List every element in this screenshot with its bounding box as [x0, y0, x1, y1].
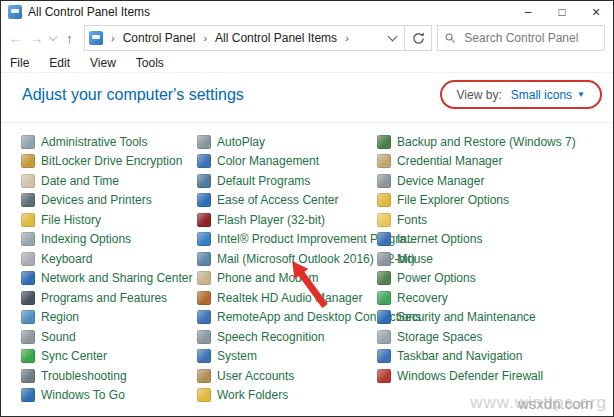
refresh-icon[interactable]	[404, 26, 431, 50]
control-panel-item[interactable]: Windows Defender Firewall	[377, 366, 602, 386]
menu-item-view[interactable]: View	[90, 56, 116, 70]
items-column-3: Backup and Restore (Windows 7)Credential…	[377, 132, 602, 405]
refresh-glyph	[412, 32, 425, 45]
remoteapp-icon	[197, 310, 211, 324]
control-panel-item[interactable]: Indexing Options	[21, 230, 197, 250]
control-panel-item[interactable]: Region	[21, 308, 197, 328]
control-panel-item-label: User Accounts	[217, 369, 294, 383]
control-panel-item[interactable]: Default Programs	[197, 171, 377, 191]
programs-features-icon	[21, 291, 35, 305]
address-dropdown-chevron-icon[interactable]	[380, 26, 404, 50]
back-icon[interactable]: ←	[5, 31, 26, 45]
credential-manager-icon	[377, 154, 391, 168]
breadcrumb-expand-chevron[interactable]: ›	[197, 32, 213, 44]
internet-options-icon	[377, 232, 391, 246]
control-panel-item[interactable]: File Explorer Options	[377, 191, 602, 211]
control-panel-item[interactable]: Credential Manager	[377, 152, 602, 172]
close-button[interactable]: ×	[579, 1, 613, 23]
control-panel-item[interactable]: User Accounts	[197, 366, 377, 386]
control-panel-item[interactable]: Internet Options	[377, 230, 602, 250]
control-panel-item[interactable]: Programs and Features	[21, 288, 197, 308]
control-panel-item[interactable]: Date and Time	[21, 171, 197, 191]
forward-icon[interactable]: →	[26, 31, 47, 45]
control-panel-item-label: Programs and Features	[41, 291, 167, 305]
control-panel-item[interactable]: Device Manager	[377, 171, 602, 191]
control-panel-item[interactable]: Administrative Tools	[21, 132, 197, 152]
breadcrumb-control-panel[interactable]: Control Panel	[121, 31, 198, 45]
default-programs-icon	[197, 174, 211, 188]
region-icon	[21, 310, 35, 324]
breadcrumb-expand-chevron[interactable]: ›	[105, 32, 121, 44]
control-panel-item[interactable]: Color Management	[197, 152, 377, 172]
control-panel-item-label: Troubleshooting	[41, 369, 127, 383]
search-input[interactable]	[462, 30, 597, 46]
control-panel-item[interactable]: Devices and Printers	[21, 191, 197, 211]
security-maintenance-icon	[377, 310, 391, 324]
search-icon	[445, 32, 455, 44]
menu-item-file[interactable]: File	[10, 56, 29, 70]
indexing-options-icon	[21, 232, 35, 246]
control-panel-item[interactable]: Power Options	[377, 269, 602, 289]
date-time-icon	[21, 174, 35, 188]
control-panel-item[interactable]: Security and Maintenance	[377, 308, 602, 328]
breadcrumb-all-control-panel-items[interactable]: All Control Panel Items	[213, 31, 339, 45]
address-bar[interactable]: › Control Panel › All Control Panel Item…	[84, 25, 432, 51]
realtek-audio-icon	[197, 291, 211, 305]
mouse-icon	[377, 252, 391, 266]
view-by-dropdown[interactable]: Small icons ▼	[511, 88, 585, 102]
windows-to-go-icon	[21, 388, 35, 402]
control-panel-item[interactable]: Mail (Microsoft Outlook 2016) (32-bit)	[197, 249, 377, 269]
menu-item-tools[interactable]: Tools	[136, 56, 164, 70]
sync-center-icon	[21, 349, 35, 363]
control-panel-item[interactable]: Troubleshooting	[21, 366, 197, 386]
control-panel-item[interactable]: Windows To Go	[21, 386, 197, 406]
control-panel-item[interactable]: Keyboard	[21, 249, 197, 269]
control-panel-item[interactable]: Work Folders	[197, 386, 377, 406]
control-panel-item[interactable]: Sound	[21, 327, 197, 347]
window-controls: – □ ×	[511, 1, 613, 23]
control-panel-item[interactable]: Sync Center	[21, 347, 197, 367]
control-panel-item[interactable]: RemoteApp and Desktop Connections	[197, 308, 377, 328]
control-panel-item-label: Mouse	[397, 252, 433, 266]
control-panel-item[interactable]: Speech Recognition	[197, 327, 377, 347]
control-panel-item[interactable]: Recovery	[377, 288, 602, 308]
control-panel-app-icon	[8, 5, 22, 19]
control-panel-item-label: File History	[41, 213, 101, 227]
control-panel-item[interactable]: System	[197, 347, 377, 367]
recovery-icon	[377, 291, 391, 305]
menubar: FileEditViewTools	[1, 53, 613, 73]
control-panel-item[interactable]: Network and Sharing Center	[21, 269, 197, 289]
maximize-button[interactable]: □	[545, 1, 579, 23]
menu-item-edit[interactable]: Edit	[49, 56, 70, 70]
control-panel-items-grid: Administrative ToolsBitLocker Drive Encr…	[1, 123, 613, 405]
control-panel-item[interactable]: Flash Player (32-bit)	[197, 210, 377, 230]
troubleshooting-icon	[21, 369, 35, 383]
control-panel-item-label: Device Manager	[397, 174, 484, 188]
control-panel-item-label: Color Management	[217, 154, 319, 168]
control-panel-item[interactable]: Realtek HD Audio Manager	[197, 288, 377, 308]
phone-modem-icon	[197, 271, 211, 285]
control-panel-item-label: Indexing Options	[41, 232, 131, 246]
control-panel-item[interactable]: File History	[21, 210, 197, 230]
minimize-button[interactable]: –	[511, 1, 545, 23]
control-panel-item-label: Administrative Tools	[41, 135, 148, 149]
up-icon[interactable]: ↑	[59, 32, 80, 45]
control-panel-item-label: Power Options	[397, 271, 476, 285]
control-panel-item[interactable]: BitLocker Drive Encryption	[21, 152, 197, 172]
control-panel-item[interactable]: Intel® Product Improvement Progra...	[197, 230, 377, 250]
defender-firewall-icon	[377, 369, 391, 383]
control-panel-item-label: Default Programs	[217, 174, 310, 188]
breadcrumb-expand-chevron[interactable]: ›	[339, 32, 355, 44]
control-panel-item[interactable]: Backup and Restore (Windows 7)	[377, 132, 602, 152]
control-panel-item[interactable]: Ease of Access Center	[197, 191, 377, 211]
control-panel-item-label: Flash Player (32-bit)	[217, 213, 325, 227]
control-panel-item[interactable]: AutoPlay	[197, 132, 377, 152]
control-panel-item[interactable]: Fonts	[377, 210, 602, 230]
sound-icon	[21, 330, 35, 344]
control-panel-item[interactable]: Mouse	[377, 249, 602, 269]
control-panel-item[interactable]: Phone and Modem	[197, 269, 377, 289]
control-panel-item[interactable]: Taskbar and Navigation	[377, 347, 602, 367]
file-explorer-options-icon	[377, 193, 391, 207]
recent-pages-chevron-icon[interactable]	[47, 37, 59, 40]
control-panel-item[interactable]: Storage Spaces	[377, 327, 602, 347]
